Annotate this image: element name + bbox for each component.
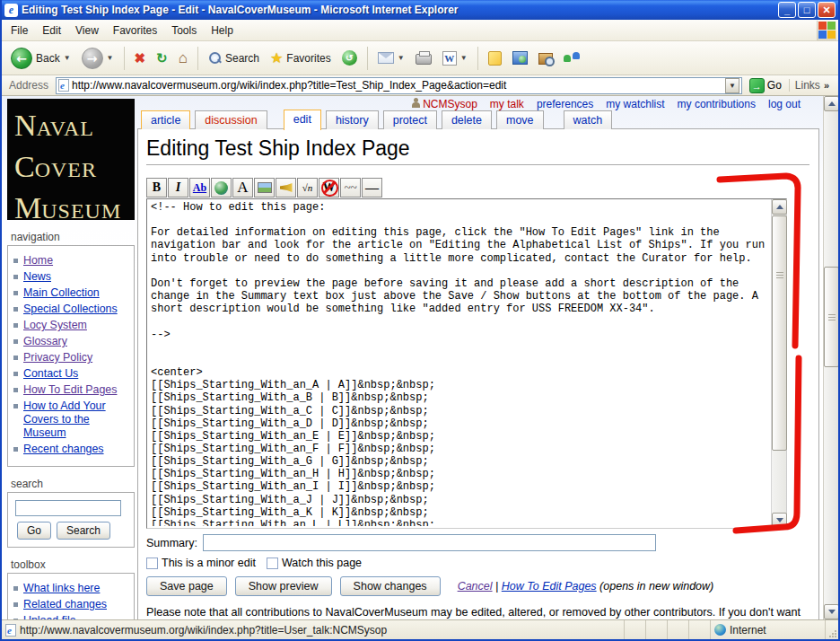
mail-dropdown-icon[interactable]: ▼ bbox=[398, 54, 405, 62]
toolbox-what-links-here[interactable]: What links here bbox=[23, 582, 100, 595]
search-input[interactable] bbox=[15, 500, 121, 516]
horizontal-rule-button[interactable]: — bbox=[362, 178, 382, 198]
cancel-link[interactable]: Cancel bbox=[458, 580, 493, 593]
stop-button[interactable]: ✖ bbox=[131, 48, 150, 68]
editor-scroll-thumb[interactable] bbox=[772, 215, 787, 451]
research-button[interactable] bbox=[535, 49, 556, 66]
tab-delete[interactable]: delete bbox=[442, 110, 492, 129]
menu-edit[interactable]: Edit bbox=[35, 21, 68, 40]
menu-file[interactable]: File bbox=[4, 21, 35, 40]
mail-button[interactable]: ▼ bbox=[374, 50, 408, 66]
search-go-button[interactable]: Go bbox=[17, 522, 51, 540]
media-button[interactable] bbox=[276, 178, 296, 198]
search-label: Search bbox=[225, 52, 259, 65]
go-button[interactable]: → Go bbox=[746, 78, 785, 93]
sidebar-item-glossary[interactable]: Glossary bbox=[23, 335, 67, 348]
resize-grip[interactable] bbox=[826, 620, 838, 639]
refresh-button[interactable]: ↻ bbox=[153, 48, 171, 68]
editor-scrollbar[interactable] bbox=[771, 199, 786, 528]
tab-watch[interactable]: watch bbox=[564, 110, 613, 129]
summary-input[interactable] bbox=[203, 534, 656, 551]
browser-scroll-down-icon[interactable] bbox=[824, 604, 838, 619]
web-window-button[interactable] bbox=[509, 49, 531, 66]
save-page-button[interactable]: Save page bbox=[146, 576, 227, 596]
image-button[interactable] bbox=[254, 178, 275, 198]
title-bar: e Editing Test Ship Index Page - Edit - … bbox=[2, 0, 838, 20]
sidebar-item-contact-us[interactable]: Contact Us bbox=[23, 367, 78, 381]
favorites-button[interactable]: ★ Favorites bbox=[267, 48, 335, 68]
browser-scrollbar[interactable] bbox=[823, 96, 838, 619]
log-out-link[interactable]: log out bbox=[768, 98, 801, 110]
address-input[interactable] bbox=[72, 79, 722, 92]
external-link-button[interactable] bbox=[211, 178, 232, 198]
show-preview-button[interactable]: Show preview bbox=[235, 576, 332, 596]
sidebar-item-news[interactable]: News bbox=[23, 270, 51, 284]
search-search-button[interactable]: Search bbox=[57, 522, 110, 540]
my-contributions-link[interactable]: my contributions bbox=[678, 98, 756, 110]
toolbox-related-changes[interactable]: Related changes bbox=[23, 598, 107, 611]
wikitext-content[interactable]: <!-- How to edit this page: For detailed… bbox=[151, 201, 769, 526]
print-button[interactable] bbox=[412, 49, 435, 66]
my-talk-link[interactable]: my talk bbox=[490, 98, 524, 110]
scroll-down-icon[interactable] bbox=[772, 513, 787, 528]
maximize-button[interactable]: □ bbox=[798, 2, 816, 18]
home-button[interactable]: ⌂ bbox=[175, 48, 191, 68]
sidebar-item-locy-system[interactable]: Locy System bbox=[23, 319, 87, 332]
forward-button[interactable]: → ▼ bbox=[78, 46, 118, 71]
toolbox-upload-file[interactable]: Upload file bbox=[23, 614, 76, 619]
search-title: search bbox=[7, 478, 135, 490]
sidebar-item-add-covers[interactable]: How to Add Your Covers to the Museum bbox=[23, 400, 130, 440]
bold-button[interactable]: B bbox=[146, 178, 167, 198]
math-button[interactable]: √n bbox=[297, 178, 318, 198]
sticky-note-button[interactable] bbox=[485, 49, 505, 67]
signature-button[interactable]: ~~ bbox=[340, 178, 361, 198]
edit-with-word-button[interactable]: W▼ bbox=[439, 49, 471, 67]
tab-history[interactable]: history bbox=[326, 110, 379, 129]
watch-page-checkbox[interactable] bbox=[267, 558, 278, 569]
my-watchlist-link[interactable]: my watchlist bbox=[606, 98, 664, 110]
edit-dropdown-icon[interactable]: ▼ bbox=[460, 54, 468, 62]
minor-edit-checkbox[interactable] bbox=[146, 558, 158, 569]
sidebar-item-how-to-edit[interactable]: How To Edit Pages bbox=[23, 383, 117, 397]
edit-toolbar: B I Ab A √n W ~~ — bbox=[146, 178, 809, 198]
address-dropdown-icon[interactable]: ▼ bbox=[725, 78, 739, 93]
bullet-icon bbox=[13, 372, 18, 376]
tab-move[interactable]: move bbox=[496, 110, 544, 129]
menu-tools[interactable]: Tools bbox=[164, 21, 204, 40]
browser-scroll-up-icon[interactable] bbox=[824, 96, 838, 111]
tab-discussion[interactable]: discussion bbox=[195, 110, 267, 129]
close-button[interactable]: ✕ bbox=[818, 2, 836, 18]
how-to-edit-link[interactable]: How To Edit Pages bbox=[502, 580, 597, 593]
scroll-up-icon[interactable] bbox=[772, 199, 787, 215]
back-dropdown-icon[interactable]: ▼ bbox=[64, 54, 71, 62]
minimize-button[interactable]: _ bbox=[778, 2, 796, 18]
forward-dropdown-icon[interactable]: ▼ bbox=[107, 54, 114, 62]
back-button[interactable]: ← Back ▼ bbox=[7, 46, 74, 71]
tab-article[interactable]: article bbox=[141, 110, 190, 129]
links-bar[interactable]: Links » bbox=[789, 79, 835, 92]
italic-button[interactable]: I bbox=[168, 178, 188, 198]
headline-button[interactable]: A bbox=[232, 178, 253, 198]
user-page-link[interactable]: NCMSysop bbox=[411, 98, 477, 110]
menu-help[interactable]: Help bbox=[204, 21, 241, 40]
tab-edit[interactable]: edit bbox=[284, 110, 321, 130]
history-button[interactable]: ↺ bbox=[338, 48, 361, 67]
logo-line-2: COVER bbox=[14, 149, 129, 190]
sidebar-item-main-collection[interactable]: Main Collection bbox=[23, 286, 100, 300]
wikitext-editor[interactable]: <!-- How to edit this page: For detailed… bbox=[146, 198, 787, 529]
search-button[interactable]: Search bbox=[205, 49, 263, 66]
nowiki-button[interactable]: W bbox=[319, 178, 339, 198]
sidebar-item-recent-changes[interactable]: Recent changes bbox=[23, 443, 104, 456]
site-logo[interactable]: NAVAL COVER MUSEUM bbox=[7, 99, 135, 220]
menu-favorites[interactable]: Favorites bbox=[106, 21, 164, 40]
show-changes-button[interactable]: Show changes bbox=[340, 576, 441, 596]
sidebar-item-home[interactable]: Home bbox=[23, 254, 53, 268]
tab-protect[interactable]: protect bbox=[383, 110, 437, 129]
menu-view[interactable]: View bbox=[68, 21, 106, 40]
sidebar-item-privacy-policy[interactable]: Privacy Policy bbox=[23, 351, 92, 364]
preferences-link[interactable]: preferences bbox=[537, 98, 593, 110]
messenger-button[interactable] bbox=[560, 49, 583, 67]
browser-scroll-thumb[interactable] bbox=[824, 267, 838, 367]
sidebar-item-special-collections[interactable]: Special Collections bbox=[23, 303, 118, 316]
internal-link-button[interactable]: Ab bbox=[189, 178, 210, 198]
